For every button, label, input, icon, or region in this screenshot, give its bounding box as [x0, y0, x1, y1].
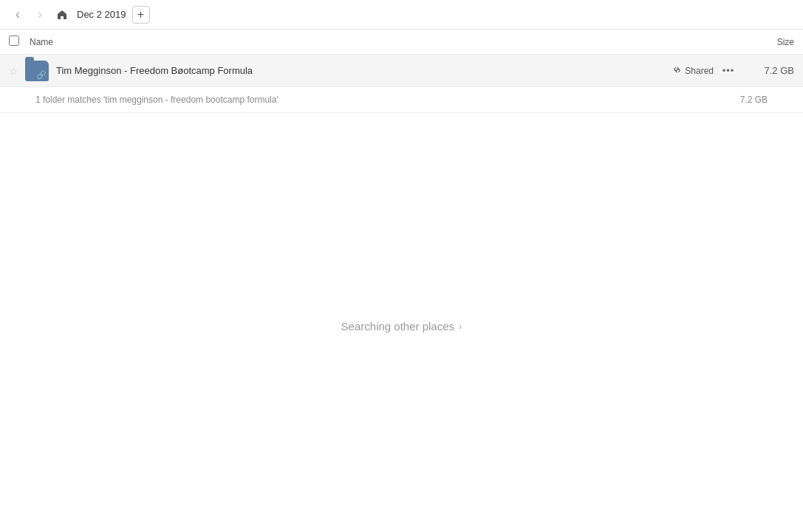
toolbar: ‹ › Dec 2 2019 +	[0, 0, 803, 30]
shared-link-icon	[672, 65, 682, 77]
back-arrow-icon: ‹	[16, 7, 20, 22]
add-button[interactable]: +	[132, 6, 150, 24]
name-column-header: Name	[30, 37, 735, 47]
plus-icon: +	[137, 9, 144, 21]
search-result-size: 7.2 GB	[740, 95, 768, 105]
star-icon[interactable]: ☆	[9, 65, 24, 77]
size-column-header: Size	[735, 37, 794, 47]
search-results-info: 1 folder matches 'tim megginson - freedo…	[0, 87, 803, 113]
back-button[interactable]: ‹	[9, 6, 27, 24]
folder-link-symbol: 🔗	[36, 70, 47, 80]
file-name: Tim Megginson - Freedom Bøotcamp Formula	[56, 65, 672, 76]
more-options-button[interactable]: •••	[720, 62, 737, 80]
matches-text: 1 folder matches 'tim megginson - freedo…	[35, 95, 279, 105]
home-icon	[56, 9, 68, 21]
shared-badge: Shared	[672, 65, 714, 77]
breadcrumb: Dec 2 2019	[77, 9, 126, 20]
nav-controls: ‹ ›	[9, 6, 71, 24]
shared-label: Shared	[685, 66, 714, 76]
more-icon: •••	[722, 65, 735, 76]
column-headers: Name Size	[0, 30, 803, 55]
file-size: 7.2 GB	[746, 65, 794, 76]
forward-arrow-icon: ›	[38, 7, 42, 22]
forward-button[interactable]: ›	[31, 6, 49, 24]
checkbox-input[interactable]	[9, 35, 19, 46]
select-all-checkbox[interactable]	[9, 35, 30, 48]
searching-label: Searching other places	[341, 320, 454, 332]
searching-other-places: Searching other places ›	[0, 320, 803, 332]
folder-icon: 🔗	[24, 58, 50, 84]
file-row[interactable]: ☆ 🔗 Tim Megginson - Freedom Bøotcamp For…	[0, 55, 803, 87]
home-button[interactable]	[53, 6, 71, 24]
chevron-right-icon: ›	[459, 321, 462, 332]
